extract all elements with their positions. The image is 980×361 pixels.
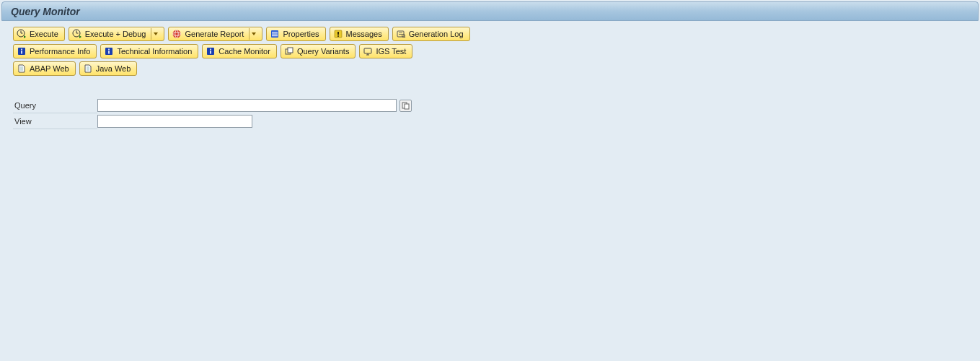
igs-test-label: IGS Test	[376, 47, 407, 56]
generation-log-label: Generation Log	[409, 30, 465, 38]
generate-report-label: Generate Report	[185, 30, 245, 38]
svg-rect-17	[337, 35, 339, 37]
f4-help-button[interactable]	[399, 100, 412, 112]
svg-rect-16	[337, 32, 339, 35]
svg-rect-31	[211, 51, 212, 54]
execute-icon	[16, 28, 27, 40]
globe-icon	[171, 28, 182, 40]
query-label: Query	[13, 97, 97, 113]
execute-debug-label: Execute + Debug	[85, 30, 148, 38]
java-web-label: Java Web	[96, 64, 133, 73]
titlebar: Query Monitor	[1, 1, 979, 21]
view-label: View	[13, 113, 97, 129]
properties-icon	[269, 28, 281, 40]
search-help-icon	[402, 102, 410, 110]
application-toolbar: Execute Execute + Debug	[0, 21, 980, 82]
toolbar-row-2: Performance Info Technical Information	[13, 44, 971, 58]
query-input[interactable]	[97, 99, 397, 112]
execute-debug-button[interactable]: Execute + Debug	[69, 27, 165, 41]
performance-info-label: Performance Info	[30, 47, 92, 56]
svg-rect-34	[364, 48, 371, 53]
svg-rect-14	[272, 35, 278, 36]
svg-rect-24	[21, 49, 22, 51]
technical-information-button[interactable]: Technical Information	[100, 44, 198, 58]
separator	[249, 28, 250, 40]
variants-icon	[283, 45, 295, 57]
page-title: Query Monitor	[11, 6, 80, 17]
svg-marker-7	[79, 35, 81, 38]
svg-rect-28	[109, 51, 110, 54]
document-icon	[16, 63, 27, 74]
info-icon	[16, 45, 27, 57]
screen-icon	[362, 45, 374, 57]
svg-rect-18	[397, 31, 404, 37]
technical-information-label: Technical Information	[117, 47, 193, 56]
toolbar-row-3: ABAP Web Java Web	[13, 61, 971, 76]
execute-label: Execute	[30, 30, 60, 38]
query-variants-button[interactable]: Query Variants	[281, 44, 356, 58]
abap-web-button[interactable]: ABAP Web	[13, 61, 76, 76]
svg-rect-25	[21, 51, 22, 54]
chevron-down-icon	[154, 32, 158, 35]
igs-test-button[interactable]: IGS Test	[359, 44, 412, 58]
toolbar-row-1: Execute Execute + Debug	[13, 27, 971, 41]
document-icon	[82, 63, 94, 74]
svg-rect-30	[211, 49, 212, 51]
svg-rect-12	[272, 32, 278, 32]
svg-line-22	[405, 37, 405, 38]
query-row: Query	[13, 97, 971, 113]
svg-rect-27	[109, 49, 110, 51]
performance-info-button[interactable]: Performance Info	[13, 44, 97, 58]
svg-marker-3	[24, 35, 26, 38]
svg-rect-33	[288, 48, 293, 53]
info-icon	[103, 45, 115, 57]
selection-screen: Query View	[0, 82, 980, 135]
cache-monitor-label: Cache Monitor	[218, 47, 272, 56]
execute-icon	[71, 28, 83, 40]
abap-web-label: ABAP Web	[30, 64, 71, 73]
svg-rect-13	[272, 34, 278, 35]
java-web-button[interactable]: Java Web	[79, 61, 138, 76]
properties-label: Properties	[283, 30, 320, 38]
svg-rect-44	[405, 104, 409, 109]
separator	[151, 28, 151, 40]
cache-monitor-button[interactable]: Cache Monitor	[202, 44, 277, 58]
messages-button[interactable]: Messages	[330, 27, 389, 41]
log-icon	[395, 28, 407, 40]
chevron-down-icon	[252, 32, 256, 35]
generate-report-button[interactable]: Generate Report	[168, 27, 262, 41]
properties-button[interactable]: Properties	[266, 27, 325, 41]
svg-point-8	[173, 30, 181, 38]
info-icon	[205, 45, 216, 57]
execute-button[interactable]: Execute	[13, 27, 65, 41]
query-variants-label: Query Variants	[297, 47, 351, 56]
view-input[interactable]	[97, 115, 252, 128]
view-row: View	[13, 113, 971, 129]
warning-icon	[332, 28, 344, 40]
messages-label: Messages	[346, 30, 384, 38]
generation-log-button[interactable]: Generation Log	[392, 27, 470, 41]
